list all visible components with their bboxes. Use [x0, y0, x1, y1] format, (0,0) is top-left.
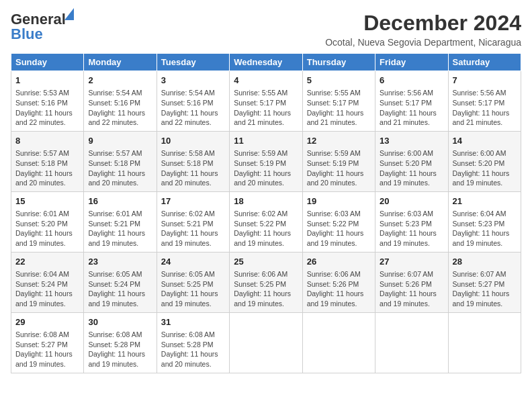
- weekday-header-friday: Friday: [375, 54, 448, 71]
- logo-triangle-icon: [64, 8, 74, 20]
- calendar-cell: 5Sunrise: 5:55 AM Sunset: 5:17 PM Daylig…: [302, 71, 375, 132]
- calendar-cell: 1Sunrise: 5:53 AM Sunset: 5:16 PM Daylig…: [11, 71, 84, 132]
- location-title: Ocotal, Nueva Segovia Department, Nicara…: [325, 37, 521, 48]
- day-info: Sunrise: 5:56 AM Sunset: 5:17 PM Dayligh…: [380, 88, 443, 128]
- calendar-cell: 24Sunrise: 6:05 AM Sunset: 5:25 PM Dayli…: [157, 252, 229, 312]
- day-info: Sunrise: 6:08 AM Sunset: 5:27 PM Dayligh…: [15, 330, 79, 369]
- day-info: Sunrise: 6:01 AM Sunset: 5:20 PM Dayligh…: [15, 209, 79, 248]
- day-info: Sunrise: 5:56 AM Sunset: 5:17 PM Dayligh…: [453, 88, 517, 128]
- day-info: Sunrise: 6:06 AM Sunset: 5:26 PM Dayligh…: [307, 269, 371, 309]
- weekday-header-saturday: Saturday: [448, 54, 521, 71]
- calendar-cell: [302, 312, 375, 373]
- calendar-body: 1Sunrise: 5:53 AM Sunset: 5:16 PM Daylig…: [11, 71, 521, 373]
- day-info: Sunrise: 6:07 AM Sunset: 5:26 PM Dayligh…: [380, 269, 443, 309]
- calendar-cell: 29Sunrise: 6:08 AM Sunset: 5:27 PM Dayli…: [11, 312, 84, 373]
- day-info: Sunrise: 5:54 AM Sunset: 5:16 PM Dayligh…: [161, 88, 225, 128]
- calendar-week-row: 15Sunrise: 6:01 AM Sunset: 5:20 PM Dayli…: [11, 191, 521, 252]
- day-number: 19: [307, 195, 371, 208]
- weekday-header-sunday: Sunday: [11, 54, 84, 71]
- day-info: Sunrise: 6:04 AM Sunset: 5:24 PM Dayligh…: [15, 269, 79, 309]
- day-number: 4: [234, 75, 298, 87]
- header: General Blue December 2024 Ocotal, Nueva…: [11, 11, 521, 48]
- day-number: 18: [234, 195, 298, 208]
- title-area: December 2024 Ocotal, Nueva Segovia Depa…: [325, 11, 521, 48]
- day-number: 31: [161, 316, 225, 328]
- calendar-cell: 9Sunrise: 5:57 AM Sunset: 5:18 PM Daylig…: [84, 131, 157, 191]
- weekday-header-wednesday: Wednesday: [230, 54, 302, 71]
- day-number: 10: [161, 135, 225, 147]
- calendar-cell: 28Sunrise: 6:07 AM Sunset: 5:27 PM Dayli…: [448, 252, 521, 312]
- day-number: 7: [453, 75, 517, 87]
- svg-marker-0: [64, 8, 74, 20]
- weekday-header-thursday: Thursday: [302, 54, 375, 71]
- calendar-cell: [448, 312, 521, 373]
- calendar-cell: 3Sunrise: 5:54 AM Sunset: 5:16 PM Daylig…: [157, 71, 229, 132]
- day-info: Sunrise: 6:06 AM Sunset: 5:25 PM Dayligh…: [234, 269, 298, 309]
- day-number: 3: [161, 75, 225, 87]
- day-info: Sunrise: 6:07 AM Sunset: 5:27 PM Dayligh…: [453, 269, 517, 309]
- calendar-cell: 25Sunrise: 6:06 AM Sunset: 5:25 PM Dayli…: [230, 252, 302, 312]
- calendar-table: SundayMondayTuesdayWednesdayThursdayFrid…: [11, 53, 521, 373]
- calendar-cell: 19Sunrise: 6:03 AM Sunset: 5:22 PM Dayli…: [302, 191, 375, 252]
- calendar-cell: 7Sunrise: 5:56 AM Sunset: 5:17 PM Daylig…: [448, 71, 521, 132]
- day-number: 9: [88, 135, 152, 147]
- day-number: 26: [307, 256, 371, 268]
- calendar-week-row: 22Sunrise: 6:04 AM Sunset: 5:24 PM Dayli…: [11, 252, 521, 312]
- day-info: Sunrise: 6:03 AM Sunset: 5:23 PM Dayligh…: [380, 209, 443, 248]
- day-info: Sunrise: 5:55 AM Sunset: 5:17 PM Dayligh…: [234, 88, 298, 128]
- day-info: Sunrise: 6:03 AM Sunset: 5:22 PM Dayligh…: [307, 209, 371, 248]
- calendar-cell: 8Sunrise: 5:57 AM Sunset: 5:18 PM Daylig…: [11, 131, 84, 191]
- day-info: Sunrise: 5:55 AM Sunset: 5:17 PM Dayligh…: [307, 88, 371, 128]
- day-info: Sunrise: 6:02 AM Sunset: 5:22 PM Dayligh…: [234, 209, 298, 248]
- calendar-cell: [375, 312, 448, 373]
- calendar-cell: 10Sunrise: 5:58 AM Sunset: 5:18 PM Dayli…: [157, 131, 229, 191]
- day-number: 25: [234, 256, 298, 268]
- calendar-cell: 14Sunrise: 6:00 AM Sunset: 5:20 PM Dayli…: [448, 131, 521, 191]
- day-number: 14: [453, 135, 517, 147]
- day-number: 11: [234, 135, 298, 147]
- calendar-cell: 2Sunrise: 5:54 AM Sunset: 5:16 PM Daylig…: [84, 71, 157, 132]
- calendar-week-row: 1Sunrise: 5:53 AM Sunset: 5:16 PM Daylig…: [11, 71, 521, 132]
- day-number: 13: [380, 135, 443, 147]
- logo-general: General: [11, 11, 66, 28]
- weekday-header-row: SundayMondayTuesdayWednesdayThursdayFrid…: [11, 54, 521, 71]
- day-number: 12: [307, 135, 371, 147]
- weekday-header-tuesday: Tuesday: [157, 54, 229, 71]
- day-number: 16: [88, 195, 152, 208]
- calendar-cell: 27Sunrise: 6:07 AM Sunset: 5:26 PM Dayli…: [375, 252, 448, 312]
- calendar-cell: 26Sunrise: 6:06 AM Sunset: 5:26 PM Dayli…: [302, 252, 375, 312]
- calendar-cell: 21Sunrise: 6:04 AM Sunset: 5:23 PM Dayli…: [448, 191, 521, 252]
- day-info: Sunrise: 6:05 AM Sunset: 5:24 PM Dayligh…: [88, 269, 152, 309]
- calendar-cell: 31Sunrise: 6:08 AM Sunset: 5:28 PM Dayli…: [157, 312, 229, 373]
- day-number: 23: [88, 256, 152, 268]
- calendar-cell: 30Sunrise: 6:08 AM Sunset: 5:28 PM Dayli…: [84, 312, 157, 373]
- calendar-cell: 12Sunrise: 5:59 AM Sunset: 5:19 PM Dayli…: [302, 131, 375, 191]
- day-number: 24: [161, 256, 225, 268]
- day-number: 29: [15, 316, 79, 328]
- day-number: 22: [15, 256, 79, 268]
- day-info: Sunrise: 6:08 AM Sunset: 5:28 PM Dayligh…: [161, 330, 225, 369]
- calendar-cell: 18Sunrise: 6:02 AM Sunset: 5:22 PM Dayli…: [230, 191, 302, 252]
- day-number: 6: [380, 75, 443, 87]
- calendar-cell: 17Sunrise: 6:02 AM Sunset: 5:21 PM Dayli…: [157, 191, 229, 252]
- day-info: Sunrise: 6:08 AM Sunset: 5:28 PM Dayligh…: [88, 330, 152, 369]
- day-number: 2: [88, 75, 152, 87]
- day-number: 17: [161, 195, 225, 208]
- calendar-cell: 15Sunrise: 6:01 AM Sunset: 5:20 PM Dayli…: [11, 191, 84, 252]
- calendar-cell: 6Sunrise: 5:56 AM Sunset: 5:17 PM Daylig…: [375, 71, 448, 132]
- month-title: December 2024: [325, 11, 521, 36]
- day-info: Sunrise: 6:02 AM Sunset: 5:21 PM Dayligh…: [161, 209, 225, 248]
- day-number: 15: [15, 195, 79, 208]
- calendar-cell: 20Sunrise: 6:03 AM Sunset: 5:23 PM Dayli…: [375, 191, 448, 252]
- calendar-cell: 4Sunrise: 5:55 AM Sunset: 5:17 PM Daylig…: [230, 71, 302, 132]
- day-info: Sunrise: 5:58 AM Sunset: 5:18 PM Dayligh…: [161, 148, 225, 188]
- day-info: Sunrise: 6:00 AM Sunset: 5:20 PM Dayligh…: [453, 148, 517, 188]
- calendar-cell: 23Sunrise: 6:05 AM Sunset: 5:24 PM Dayli…: [84, 252, 157, 312]
- day-number: 28: [453, 256, 517, 268]
- day-number: 30: [88, 316, 152, 328]
- calendar-cell: 22Sunrise: 6:04 AM Sunset: 5:24 PM Dayli…: [11, 252, 84, 312]
- day-info: Sunrise: 5:59 AM Sunset: 5:19 PM Dayligh…: [307, 148, 371, 188]
- day-info: Sunrise: 6:00 AM Sunset: 5:20 PM Dayligh…: [380, 148, 443, 188]
- calendar-week-row: 29Sunrise: 6:08 AM Sunset: 5:27 PM Dayli…: [11, 312, 521, 373]
- day-info: Sunrise: 6:01 AM Sunset: 5:21 PM Dayligh…: [88, 209, 152, 248]
